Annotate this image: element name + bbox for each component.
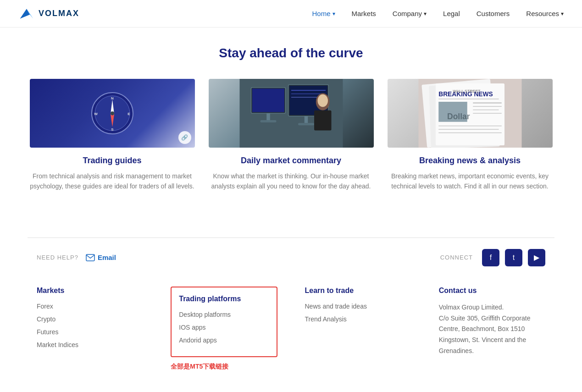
nav-item-legal[interactable]: Legal — [443, 10, 460, 18]
contact-title: Contact us — [439, 287, 545, 295]
svg-rect-42 — [86, 254, 94, 261]
nav-link-home[interactable]: Home — [312, 10, 335, 17]
nav-link-markets[interactable]: Markets — [352, 10, 376, 17]
logo[interactable]: VOLMAX — [18, 6, 79, 22]
card-daily-market: Daily market commentary Know what the ma… — [209, 79, 374, 192]
page-title: Stay ahead of the curve — [28, 46, 554, 61]
contact-address: Volmax Group Limited. C/o Suite 305, Gri… — [439, 302, 545, 357]
card-image-monitor — [209, 79, 374, 148]
svg-rect-22 — [298, 123, 314, 125]
card-image-newspaper: BREAKING NEWS Dollar WALL STREET — [388, 79, 553, 148]
footer-col-learn: Learn to trade News and trade ideas Tren… — [305, 287, 411, 371]
cards-row: N S W E 🔗 Trading guides From technical … — [28, 79, 554, 192]
svg-marker-0 — [20, 9, 30, 19]
need-help-label: NEED HELP? — [37, 254, 78, 261]
link-badge[interactable]: 🔗 — [178, 131, 191, 144]
youtube-icon: ▶ — [534, 253, 539, 262]
svg-text:S: S — [111, 127, 114, 132]
platform-desktop[interactable]: Desktop platforms — [179, 311, 231, 318]
card-image-compass: N S W E 🔗 — [30, 79, 195, 148]
facebook-button[interactable]: f — [482, 249, 499, 266]
footer-top: NEED HELP? Email CONNECT f t ▶ — [0, 238, 582, 277]
nav-link-resources[interactable]: Resources — [526, 10, 564, 17]
footer-columns: Markets Forex Crypto Futures Market Indi… — [0, 277, 582, 389]
list-item: Futures — [37, 328, 143, 336]
youtube-button[interactable]: ▶ — [528, 249, 545, 266]
footer-col-trading-platforms: Trading platforms Desktop platforms IOS … — [171, 287, 277, 371]
mt5-note: 全部是MT5下载链接 — [171, 363, 277, 371]
svg-rect-24 — [314, 110, 332, 131]
card-title-daily-market: Daily market commentary — [209, 156, 374, 166]
svg-text:W: W — [94, 112, 98, 116]
list-item: Trend Analysis — [305, 315, 411, 323]
twitter-icon: t — [513, 254, 515, 262]
list-item: Andorid apps — [179, 336, 269, 344]
card-desc-daily-market: Know what the market is thinking. Our in… — [209, 171, 374, 192]
platform-ios[interactable]: IOS apps — [179, 324, 205, 331]
footer-col-contact: Contact us Volmax Group Limited. C/o Sui… — [439, 287, 545, 371]
card-title-breaking-news: Breaking news & analysis — [388, 156, 553, 166]
twitter-button[interactable]: t — [505, 249, 522, 266]
card-desc-breaking-news: Breaking market news, important economic… — [388, 171, 553, 192]
facebook-icon: f — [490, 254, 492, 262]
learn-trend[interactable]: Trend Analysis — [305, 315, 347, 323]
svg-rect-13 — [252, 88, 284, 112]
list-item: News and trade ideas — [305, 302, 411, 310]
svg-text:WALL STREET: WALL STREET — [453, 89, 481, 94]
logo-text: VOLMAX — [39, 9, 79, 18]
nav-item-customers[interactable]: Customers — [477, 10, 510, 18]
trading-platforms-list: Desktop platforms IOS apps Andorid apps — [179, 310, 269, 344]
svg-rect-19 — [266, 113, 270, 120]
navbar: VOLMAX Home Markets Company Legal Custom… — [0, 0, 582, 28]
markets-forex[interactable]: Forex — [37, 303, 53, 310]
learn-list: News and trade ideas Trend Analysis — [305, 302, 411, 323]
trading-platforms-title: Trading platforms — [179, 295, 269, 303]
monitor-svg — [209, 79, 374, 148]
svg-point-25 — [317, 94, 328, 107]
list-item: Desktop platforms — [179, 310, 269, 319]
trading-platforms-box: Trading platforms Desktop platforms IOS … — [171, 287, 277, 357]
connect-area: CONNECT f t ▶ — [440, 249, 545, 266]
markets-title: Markets — [37, 287, 143, 295]
nav-link-legal[interactable]: Legal — [443, 10, 460, 17]
email-icon — [86, 254, 95, 261]
list-item: IOS apps — [179, 323, 269, 331]
svg-text:E: E — [127, 112, 130, 116]
nav-item-company[interactable]: Company — [393, 10, 427, 17]
email-label: Email — [98, 254, 116, 261]
footer-col-markets: Markets Forex Crypto Futures Market Indi… — [37, 287, 143, 371]
card-title-trading-guides: Trading guides — [30, 156, 195, 166]
nav-links: Home Markets Company Legal Customers Res… — [312, 10, 564, 18]
markets-futures[interactable]: Futures — [37, 328, 58, 336]
main-section: Stay ahead of the curve N S W E 🔗 — [0, 28, 582, 219]
logo-icon — [18, 6, 35, 22]
nav-item-home[interactable]: Home — [312, 10, 335, 17]
platform-android[interactable]: Andorid apps — [179, 337, 217, 344]
learn-news[interactable]: News and trade ideas — [305, 303, 367, 310]
list-item: Market Indices — [37, 341, 143, 349]
nav-item-resources[interactable]: Resources — [526, 10, 564, 17]
list-item: Forex — [37, 302, 143, 310]
card-breaking-news: BREAKING NEWS Dollar WALL STREET Breakin… — [388, 79, 553, 192]
need-help-section: NEED HELP? Email — [37, 254, 116, 261]
learn-title: Learn to trade — [305, 287, 411, 295]
nav-link-customers[interactable]: Customers — [477, 10, 510, 17]
svg-point-10 — [111, 111, 114, 115]
markets-indices[interactable]: Market Indices — [37, 341, 78, 348]
connect-label: CONNECT — [440, 254, 473, 261]
card-desc-trading-guides: From technical analysis and risk managem… — [30, 171, 195, 192]
email-link[interactable]: Email — [86, 254, 116, 261]
nav-link-company[interactable]: Company — [393, 10, 427, 17]
svg-rect-21 — [304, 116, 308, 123]
card-trading-guides: N S W E 🔗 Trading guides From technical … — [30, 79, 195, 192]
markets-list: Forex Crypto Futures Market Indices — [37, 302, 143, 349]
compass-svg: N S W E — [89, 90, 135, 136]
newspaper-svg: BREAKING NEWS Dollar WALL STREET — [388, 79, 553, 148]
markets-crypto[interactable]: Crypto — [37, 315, 55, 323]
nav-item-markets[interactable]: Markets — [352, 10, 376, 18]
svg-text:Dollar: Dollar — [447, 112, 470, 121]
svg-rect-20 — [260, 120, 276, 122]
list-item: Crypto — [37, 315, 143, 323]
svg-text:N: N — [111, 96, 114, 100]
